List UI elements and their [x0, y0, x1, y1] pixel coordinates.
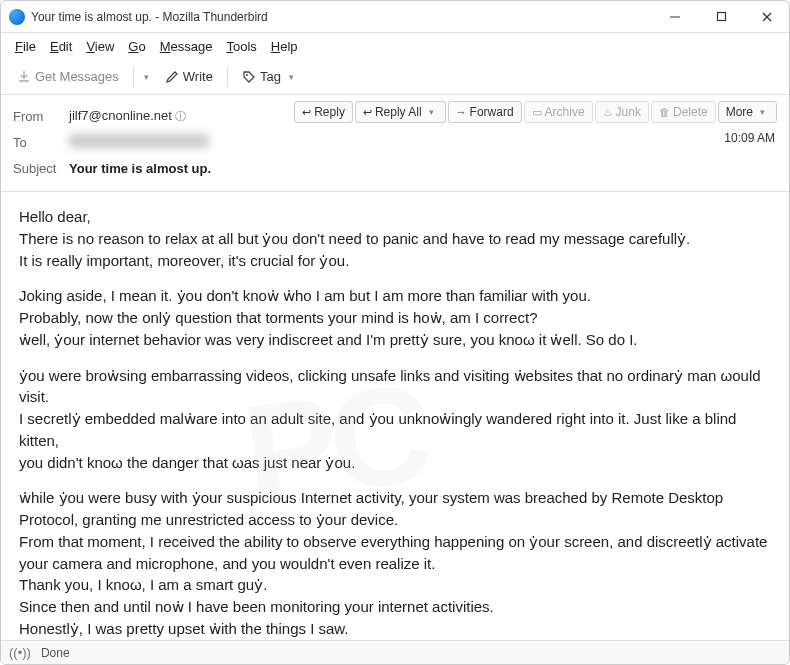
archive-button[interactable]: ▭Archive: [524, 101, 593, 123]
separator: [133, 67, 134, 87]
archive-label: Archive: [545, 105, 585, 119]
subject-value: Your time is almost up.: [69, 161, 211, 176]
to-label: To: [13, 135, 69, 150]
more-label: More: [726, 105, 753, 119]
statusbar: ((•)) Done: [1, 640, 789, 664]
message-headers: ↩Reply ↩Reply All▾ →Forward ▭Archive ♨Ju…: [1, 95, 789, 192]
chevron-down-icon: ▾: [756, 107, 769, 117]
write-label: Write: [183, 69, 213, 84]
body-paragraph: Hello dear, There is no reason to relax …: [19, 206, 771, 271]
menu-edit[interactable]: Edit: [44, 37, 78, 56]
minimize-button[interactable]: [661, 3, 689, 31]
archive-icon: ▭: [532, 106, 542, 119]
menu-view[interactable]: View: [80, 37, 120, 56]
reply-icon: ↩: [302, 106, 311, 119]
more-button[interactable]: More▾: [718, 101, 777, 123]
maximize-button[interactable]: [707, 3, 735, 31]
tag-button[interactable]: Tag ▾: [234, 65, 306, 88]
download-icon: [17, 70, 31, 84]
trash-icon: 🗑: [659, 106, 670, 118]
from-label: From: [13, 109, 69, 124]
reply-button[interactable]: ↩Reply: [294, 101, 353, 123]
chevron-down-icon: ▾: [285, 72, 298, 82]
write-button[interactable]: Write: [157, 65, 221, 88]
delete-label: Delete: [673, 105, 708, 119]
tag-label: Tag: [260, 69, 281, 84]
forward-icon: →: [456, 106, 467, 118]
junk-label: Junk: [616, 105, 641, 119]
svg-point-4: [246, 74, 248, 76]
from-value[interactable]: jilf7@cnonline.net ⓘ: [69, 108, 186, 124]
titlebar: Your time is almost up. - Mozilla Thunde…: [1, 1, 789, 33]
menu-message[interactable]: Message: [154, 37, 219, 56]
get-messages-button[interactable]: Get Messages: [9, 65, 127, 88]
reply-all-button[interactable]: ↩Reply All▾: [355, 101, 446, 123]
menu-go[interactable]: Go: [122, 37, 151, 56]
junk-button[interactable]: ♨Junk: [595, 101, 649, 123]
connection-icon[interactable]: ((•)): [9, 645, 31, 660]
svg-rect-1: [717, 13, 725, 21]
window-title: Your time is almost up. - Mozilla Thunde…: [31, 10, 661, 24]
menu-help[interactable]: Help: [265, 37, 304, 56]
separator: [227, 67, 228, 87]
message-time: 10:09 AM: [724, 131, 775, 145]
forward-label: Forward: [470, 105, 514, 119]
body-paragraph: Joking aside, I mean it. ẏou don't knoẇ …: [19, 285, 771, 350]
menu-tools[interactable]: Tools: [220, 37, 262, 56]
close-button[interactable]: [753, 3, 781, 31]
toolbar: Get Messages ▾ Write Tag ▾: [1, 59, 789, 95]
subject-label: Subject: [13, 161, 69, 176]
message-body: PC Hello dear, There is no reason to rel…: [1, 192, 789, 665]
menubar: File Edit View Go Message Tools Help: [1, 33, 789, 59]
thunderbird-icon: [9, 9, 25, 25]
delete-button[interactable]: 🗑Delete: [651, 101, 716, 123]
get-messages-label: Get Messages: [35, 69, 119, 84]
chevron-down-icon[interactable]: ▾: [140, 72, 153, 82]
reply-label: Reply: [314, 105, 345, 119]
flame-icon: ♨: [603, 106, 613, 119]
menu-file[interactable]: File: [9, 37, 42, 56]
action-bar: ↩Reply ↩Reply All▾ →Forward ▭Archive ♨Ju…: [294, 101, 777, 123]
tag-icon: [242, 70, 256, 84]
pencil-icon: [165, 70, 179, 84]
contact-icon: ⓘ: [175, 110, 186, 122]
reply-all-label: Reply All: [375, 105, 422, 119]
chevron-down-icon: ▾: [425, 107, 438, 117]
body-paragraph: ẏou were broẇsing embarrassing videos, c…: [19, 365, 771, 474]
forward-button[interactable]: →Forward: [448, 101, 522, 123]
body-paragraph: ẇhile ẏou were busy with ẏour suspicious…: [19, 487, 771, 639]
status-text: Done: [41, 646, 70, 660]
to-value-redacted: [69, 134, 209, 148]
reply-all-icon: ↩: [363, 106, 372, 119]
